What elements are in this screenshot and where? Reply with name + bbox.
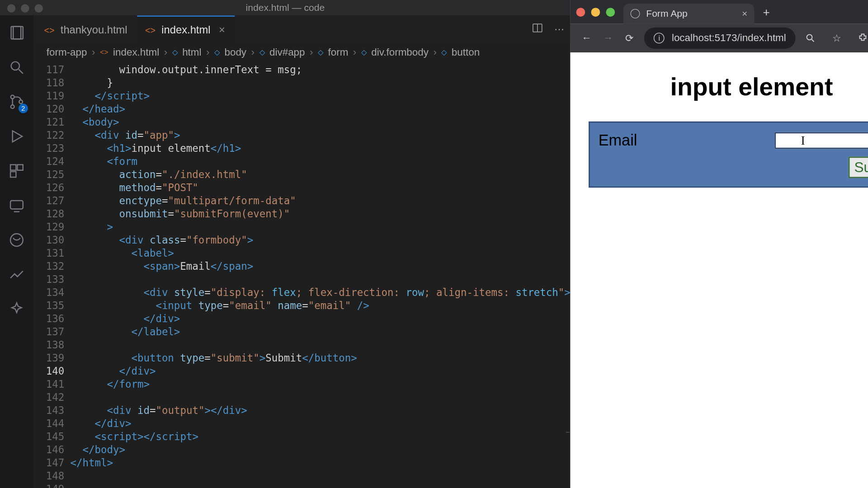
browser-tab-title: Form App <box>646 8 687 19</box>
remote-icon[interactable] <box>8 197 26 215</box>
editor-titlebar: index.html — code <box>0 0 571 15</box>
svg-rect-10 <box>10 172 16 177</box>
browser-toolbar: ← → ⟳ i localhost:5173/index.html ☆ ⋮ <box>571 24 868 52</box>
crumb[interactable]: div.formbody <box>371 47 429 58</box>
editor-window: index.html — code 2 <>thankyou.html <>in… <box>0 0 571 488</box>
breadcrumbs[interactable]: form-app› <>index.html› ◇html› ◇body› ◇d… <box>33 43 571 62</box>
tag-icon: ◇ <box>441 48 447 56</box>
browser-tab[interactable]: Form App × <box>623 4 755 24</box>
scm-badge: 2 <box>19 103 28 113</box>
line-gutter: 1171181191201211221231241251261271281291… <box>33 62 71 488</box>
sparkle-icon[interactable] <box>8 300 26 318</box>
crumb[interactable]: div#app <box>269 47 305 58</box>
url-text: localhost:5173/index.html <box>672 32 786 44</box>
svg-line-24 <box>812 39 814 42</box>
new-tab-icon[interactable]: + <box>755 5 778 19</box>
tag-icon: ◇ <box>214 48 220 56</box>
html-file-icon: <> <box>145 25 156 35</box>
chart-icon[interactable] <box>8 266 26 284</box>
crumb[interactable]: button <box>452 47 480 58</box>
crumb[interactable]: body <box>224 47 246 58</box>
extensions-icon[interactable] <box>8 162 26 180</box>
svg-rect-11 <box>10 201 23 209</box>
close-icon[interactable]: × <box>219 23 225 36</box>
close-dot-icon[interactable] <box>576 7 585 16</box>
browser-window: Form App × + ▾ ← → ⟳ i localhost:5173/in… <box>571 0 868 488</box>
extensions-icon[interactable] <box>856 32 868 45</box>
form-body: Email I Submit <box>589 122 868 188</box>
traffic-lights[interactable] <box>576 0 623 24</box>
tag-icon: ◇ <box>259 48 265 56</box>
svg-point-5 <box>11 105 14 108</box>
search-icon[interactable] <box>8 58 26 76</box>
live-icon[interactable] <box>8 231 26 249</box>
tab-thankyou[interactable]: <>thankyou.html <box>36 15 137 43</box>
editor-tabs: <>thankyou.html <>index.html× ⋯ <box>33 15 571 43</box>
html-file-icon: <> <box>44 25 55 35</box>
back-icon[interactable]: ← <box>580 32 593 45</box>
svg-rect-8 <box>10 164 16 170</box>
split-editor-icon[interactable] <box>532 22 543 37</box>
svg-marker-7 <box>13 131 23 142</box>
svg-rect-0 <box>11 27 21 39</box>
svg-point-6 <box>19 100 23 104</box>
code-lines[interactable]: window.output.innerText = msg; } </scrip… <box>71 62 571 488</box>
svg-line-3 <box>19 70 23 74</box>
svg-point-2 <box>11 62 19 70</box>
email-field[interactable] <box>775 132 868 149</box>
tab-label: thankyou.html <box>61 23 127 36</box>
crumb[interactable]: index.html <box>113 47 159 58</box>
more-icon[interactable]: ⋯ <box>554 23 564 36</box>
tag-icon: ◇ <box>318 48 323 56</box>
tab-index[interactable]: <>index.html× <box>137 15 235 43</box>
svg-rect-1 <box>13 27 23 39</box>
tag-icon: ◇ <box>361 48 367 56</box>
address-bar[interactable]: i localhost:5173/index.html <box>644 28 796 49</box>
browser-tabstrip: Form App × + ▾ <box>571 0 868 24</box>
page-heading: input element <box>670 73 833 101</box>
minimize-dot-icon[interactable] <box>21 4 29 12</box>
zoom-icon[interactable] <box>804 32 817 45</box>
reload-icon[interactable]: ⟳ <box>623 32 636 45</box>
activity-bar: 2 <box>0 15 33 488</box>
crumb[interactable]: form <box>328 47 348 58</box>
site-info-icon[interactable]: i <box>654 33 665 43</box>
run-debug-icon[interactable] <box>8 127 26 145</box>
text-cursor-icon: I <box>801 134 805 147</box>
crumb[interactable]: form-app <box>47 47 87 58</box>
code-editor[interactable]: 1171181191201211221231241251261271281291… <box>33 62 571 488</box>
page-viewport: input element Email I Submit <box>571 52 868 488</box>
email-label: Email <box>599 131 637 150</box>
crumb[interactable]: html <box>182 47 201 58</box>
close-dot-icon[interactable] <box>7 4 15 12</box>
svg-point-23 <box>807 34 812 40</box>
zoom-dot-icon[interactable] <box>34 4 42 12</box>
source-control-icon[interactable]: 2 <box>8 93 26 111</box>
submit-button[interactable]: Submit <box>848 157 868 178</box>
globe-icon <box>631 9 640 19</box>
svg-rect-9 <box>17 164 23 170</box>
html-file-icon: <> <box>100 48 108 56</box>
editor-title: index.html — code <box>246 2 325 13</box>
sash-icon[interactable]: – <box>566 427 570 436</box>
tag-icon: ◇ <box>172 48 178 56</box>
minimize-dot-icon[interactable] <box>591 7 600 16</box>
close-icon[interactable]: × <box>742 8 747 19</box>
svg-point-4 <box>11 95 14 99</box>
forward-icon: → <box>601 32 614 45</box>
bookmark-icon[interactable]: ☆ <box>830 32 843 45</box>
traffic-lights[interactable] <box>7 4 43 12</box>
explorer-icon[interactable] <box>8 24 26 42</box>
tab-label: index.html <box>161 23 210 36</box>
zoom-dot-icon[interactable] <box>606 7 615 16</box>
